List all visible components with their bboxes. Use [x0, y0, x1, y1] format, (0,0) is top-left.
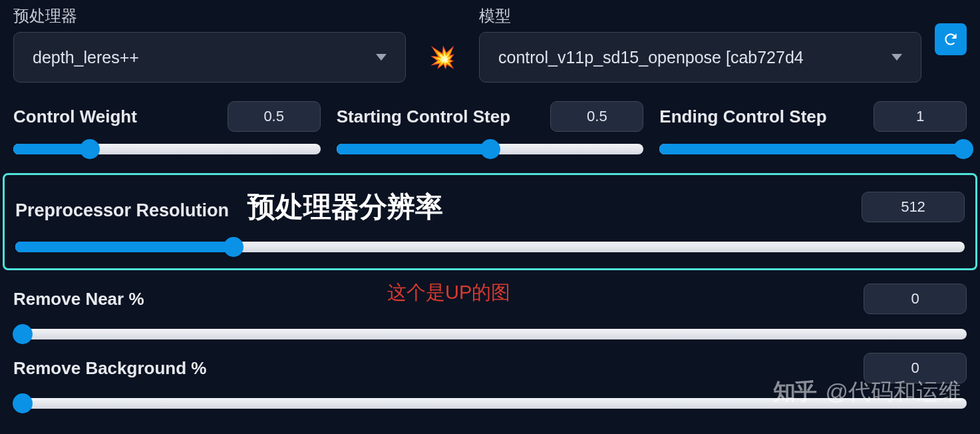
preprocessor-dropdown[interactable]: depth_leres++: [13, 32, 406, 83]
starting-step-value[interactable]: 0.5: [550, 101, 643, 132]
remove-background-slider[interactable]: [13, 398, 967, 409]
ending-step-value[interactable]: 1: [874, 101, 967, 132]
preprocessor-resolution-highlight: Preprocessor Resolution 预处理器分辨率 512: [3, 173, 977, 270]
slider-thumb[interactable]: [953, 139, 973, 159]
model-dropdown-value: control_v11p_sd15_openpose [cab727d4: [498, 48, 884, 67]
chevron-down-icon: [376, 54, 387, 61]
control-weight-slider[interactable]: [13, 144, 321, 154]
slider-thumb[interactable]: [13, 324, 33, 344]
slider-thumb[interactable]: [480, 139, 500, 159]
slider-thumb[interactable]: [13, 393, 33, 413]
model-label: 模型: [479, 5, 921, 27]
slider-thumb[interactable]: [224, 237, 244, 257]
chevron-down-icon: [892, 54, 902, 61]
preproc-res-label-en: Preprocessor Resolution: [15, 200, 229, 221]
preproc-res-slider[interactable]: [15, 242, 965, 252]
run-preprocessor-button[interactable]: 💥: [419, 32, 466, 83]
control-weight-value[interactable]: 0.5: [228, 101, 321, 132]
model-dropdown[interactable]: control_v11p_sd15_openpose [cab727d4: [479, 32, 921, 83]
preprocessor-label: 预处理器: [13, 5, 406, 27]
refresh-models-button[interactable]: [935, 23, 967, 55]
remove-near-value[interactable]: 0: [864, 284, 967, 314]
explosion-icon: 💥: [429, 45, 456, 70]
remove-background-label: Remove Background %: [13, 358, 206, 379]
preprocessor-dropdown-value: depth_leres++: [33, 48, 368, 67]
preproc-res-label-cn: 预处理器分辨率: [247, 188, 443, 226]
ending-step-label: Ending Control Step: [659, 107, 826, 127]
refresh-icon: [942, 31, 959, 48]
ending-step-slider[interactable]: [659, 144, 967, 154]
remove-near-slider[interactable]: [13, 329, 967, 339]
starting-step-label: Starting Control Step: [337, 107, 510, 127]
slider-thumb[interactable]: [80, 139, 100, 159]
remove-background-value[interactable]: 0: [864, 353, 967, 383]
preproc-res-value[interactable]: 512: [862, 192, 965, 222]
remove-near-label: Remove Near %: [13, 289, 144, 310]
control-weight-label: Control Weight: [13, 107, 137, 127]
starting-step-slider[interactable]: [337, 144, 644, 154]
